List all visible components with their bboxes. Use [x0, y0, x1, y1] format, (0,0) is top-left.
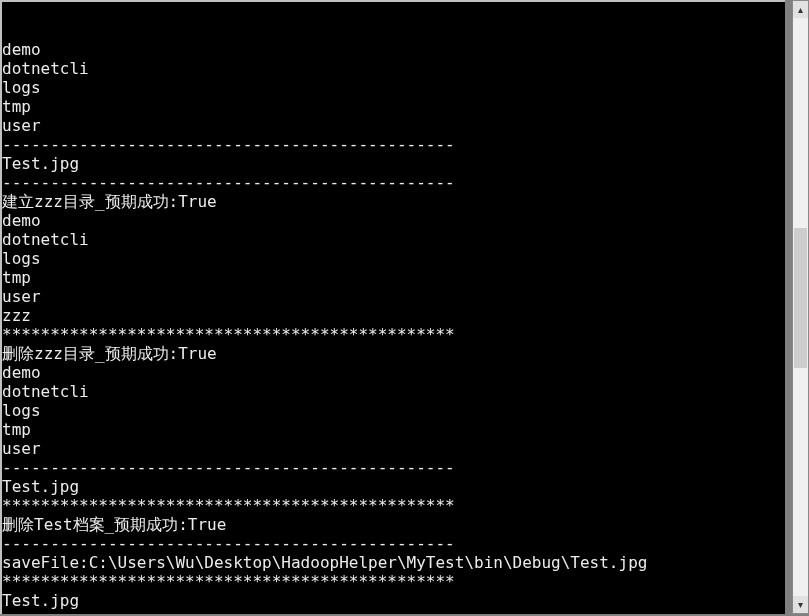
scrollbar-thumb[interactable]	[794, 228, 807, 368]
scroll-down-button[interactable]: ▾	[793, 596, 808, 613]
console-output: demo dotnetcli logs tmp user -----------…	[2, 40, 785, 614]
console-window: demo dotnetcli logs tmp user -----------…	[0, 0, 785, 614]
scroll-up-button[interactable]: ▴	[793, 1, 808, 18]
chevron-down-icon: ▾	[798, 599, 803, 610]
vertical-scrollbar[interactable]: ▴ ▾	[792, 0, 809, 614]
chevron-up-icon: ▴	[798, 4, 803, 15]
scrollbar-track[interactable]	[793, 18, 808, 596]
